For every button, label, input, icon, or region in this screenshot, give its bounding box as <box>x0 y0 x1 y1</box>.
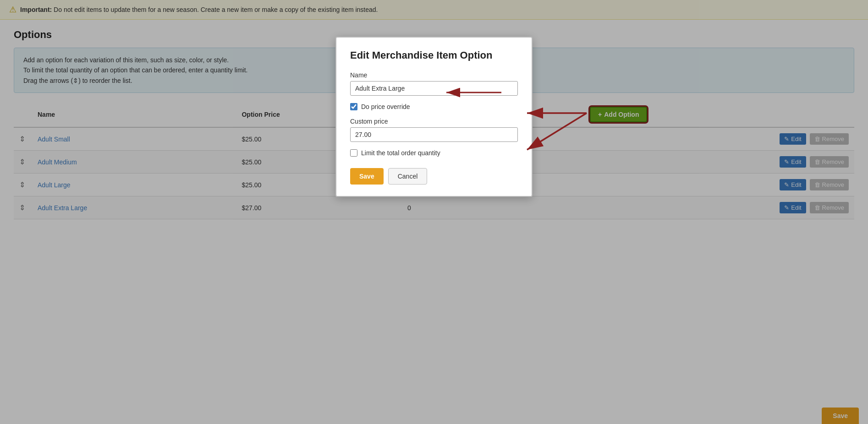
name-field-group: Name <box>350 71 518 96</box>
name-input[interactable] <box>350 81 518 96</box>
custom-price-group: Custom price <box>350 118 518 142</box>
limit-quantity-checkbox[interactable] <box>350 149 357 157</box>
custom-price-input[interactable] <box>350 127 518 142</box>
edit-modal: Edit Merchandise Item Option Name Do pri… <box>335 37 533 197</box>
price-override-label: Do price override <box>361 103 410 110</box>
modal-title: Edit Merchandise Item Option <box>350 49 518 62</box>
save-button[interactable]: Save <box>350 168 384 185</box>
svg-line-5 <box>527 113 587 150</box>
modal-footer: Save Cancel <box>350 168 518 185</box>
custom-price-label: Custom price <box>350 118 518 125</box>
name-label: Name <box>350 71 518 79</box>
red-arrow-annotation <box>513 109 605 163</box>
limit-quantity-row: Limit the total order quantity <box>350 149 518 157</box>
price-override-checkbox[interactable] <box>350 103 357 110</box>
price-override-row: Do price override <box>350 103 518 110</box>
modal-overlay[interactable]: Edit Merchandise Item Option Name Do pri… <box>0 0 868 228</box>
cancel-button[interactable]: Cancel <box>388 168 428 185</box>
limit-quantity-label: Limit the total order quantity <box>361 149 440 157</box>
